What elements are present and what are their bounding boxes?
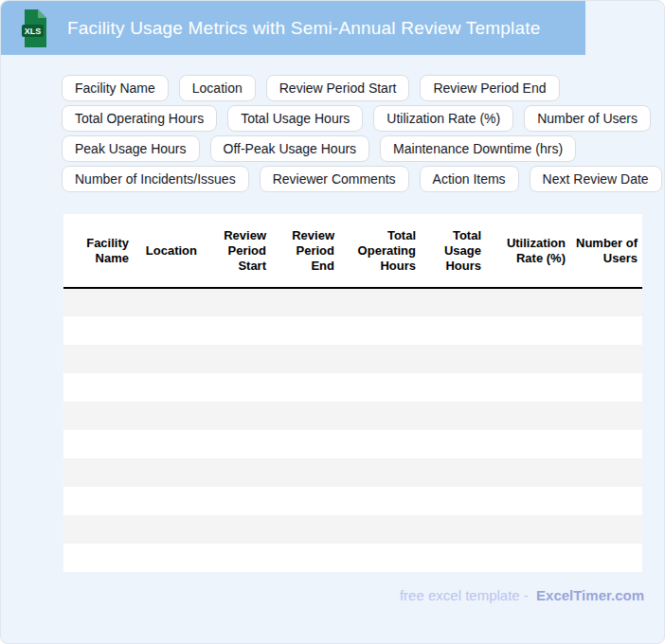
table-cell (339, 345, 421, 373)
table-cell (570, 515, 642, 544)
table-cell (486, 316, 570, 345)
xls-badge-label: XLS (25, 26, 42, 35)
table-cell (421, 288, 486, 316)
table-cell (570, 430, 642, 458)
column-header: Total Usage Hours (421, 214, 486, 288)
table-cell (63, 373, 134, 402)
table-cell (486, 402, 570, 430)
table-cell (134, 487, 202, 515)
table-cell (421, 316, 486, 345)
table-cell (202, 544, 271, 572)
field-chip: Total Usage Hours (227, 105, 363, 132)
table-row (63, 402, 642, 430)
table-cell (486, 515, 570, 544)
field-chip: Total Operating Hours (62, 105, 217, 132)
table-cell (421, 402, 486, 430)
xls-file-icon: XLS (21, 9, 47, 48)
table-row (63, 316, 642, 345)
table-row (63, 544, 642, 572)
table-cell (570, 345, 642, 373)
field-chip: Location (179, 75, 256, 101)
table-cell (570, 288, 642, 316)
column-header: Total Operating Hours (339, 214, 421, 288)
table-cell (570, 458, 642, 487)
table-cell (63, 402, 134, 430)
table-cell (63, 345, 134, 373)
table-row (63, 458, 642, 487)
table-cell (486, 458, 570, 487)
table-cell (271, 373, 339, 402)
table-cell (421, 373, 486, 402)
column-header: Number of Users (570, 214, 642, 288)
field-chip: Review Period Start (266, 75, 410, 101)
table-cell (134, 458, 202, 487)
table-row (63, 373, 642, 402)
table-cell (202, 373, 271, 402)
column-header: Facility Name (63, 214, 134, 288)
table-cell (271, 487, 339, 515)
table-cell (63, 316, 134, 345)
field-chip: Reviewer Comments (260, 166, 409, 192)
table-cell (134, 288, 202, 316)
table-cell (271, 288, 339, 316)
column-header: Utilization Rate (%) (486, 214, 570, 288)
table-cell (134, 402, 202, 430)
table-cell (63, 288, 134, 316)
table-cell (570, 487, 642, 515)
table-row (63, 487, 642, 515)
table-cell (134, 430, 202, 458)
table-cell (339, 544, 421, 572)
field-chip-list: Facility NameLocationReview Period Start… (62, 75, 664, 192)
column-header: Review Period End (271, 214, 339, 288)
field-chip: Number of Users (524, 105, 651, 132)
field-chip: Action Items (420, 166, 519, 192)
table-cell (63, 515, 134, 544)
table-cell (63, 458, 134, 487)
table-cell (271, 458, 339, 487)
field-chip-row: Facility NameLocationReview Period Start… (62, 75, 664, 101)
footer: free excel template - ExcelTimer.com (1, 587, 664, 603)
table-row (63, 430, 642, 458)
metrics-table: Facility NameLocationReview Period Start… (63, 214, 642, 572)
table-cell (486, 487, 570, 515)
field-chip: Peak Usage Hours (62, 135, 200, 162)
table-cell (486, 544, 570, 572)
table-cell (202, 288, 271, 316)
table-cell (421, 458, 486, 487)
footer-text: free excel template - (400, 587, 529, 603)
template-card: XLS Facility Usage Metrics with Semi-Ann… (0, 0, 665, 644)
brand-link[interactable]: ExcelTimer.com (536, 587, 644, 603)
table-cell (271, 345, 339, 373)
table-cell (421, 345, 486, 373)
field-chip-row: Number of Incidents/IssuesReviewer Comme… (62, 166, 664, 192)
page-title: Facility Usage Metrics with Semi-Annual … (67, 18, 541, 39)
table-row (63, 288, 642, 316)
table-cell (63, 430, 134, 458)
table-cell (486, 430, 570, 458)
table-cell (134, 515, 202, 544)
table-cell (134, 373, 202, 402)
table-cell (570, 402, 642, 430)
table-cell (570, 544, 642, 572)
table-cell (202, 430, 271, 458)
table-cell (134, 345, 202, 373)
field-chip-row: Peak Usage HoursOff-Peak Usage HoursMain… (62, 135, 664, 162)
field-chip: Review Period End (420, 75, 559, 101)
table-cell (134, 544, 202, 572)
table-cell (421, 515, 486, 544)
table-cell (202, 515, 271, 544)
table-cell (339, 430, 421, 458)
table-cell (570, 373, 642, 402)
field-chip: Maintenance Downtime (hrs) (380, 135, 576, 162)
table-cell (421, 487, 486, 515)
table-cell (271, 515, 339, 544)
table-cell (339, 373, 421, 402)
field-chip: Facility Name (62, 75, 169, 101)
table-cell (202, 345, 271, 373)
table-cell (271, 316, 339, 345)
table-cell (202, 316, 271, 345)
table-header-row: Facility NameLocationReview Period Start… (63, 214, 642, 288)
table-cell (134, 316, 202, 345)
table-cell (63, 544, 134, 572)
table-cell (271, 430, 339, 458)
